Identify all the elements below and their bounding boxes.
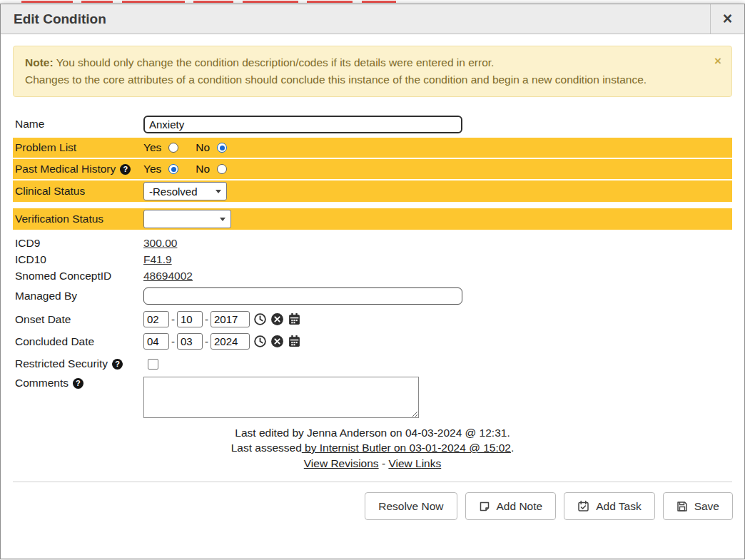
add-note-button[interactable]: Add Note xyxy=(465,492,557,520)
past-medical-history-label: Past Medical History ? xyxy=(13,163,143,175)
restricted-security-row: Restricted Security ? xyxy=(13,354,732,374)
note-prefix: Note: xyxy=(25,56,54,68)
background-text-fragment xyxy=(122,1,185,3)
help-icon[interactable]: ? xyxy=(120,164,131,175)
concluded-month-input[interactable] xyxy=(143,333,169,350)
date-separator: - xyxy=(171,313,175,325)
past-medical-history-row: Past Medical History ? Yes No xyxy=(13,159,732,179)
view-links-link[interactable]: View Links xyxy=(388,457,441,469)
onset-date-group: - - xyxy=(143,311,301,327)
snomed-row: Snomed ConceptID 48694002 xyxy=(13,268,732,284)
meta-info: Last edited by Jenna Anderson on 04-03-2… xyxy=(13,425,732,471)
managed-by-label: Managed By xyxy=(13,290,143,302)
clinical-status-label: Clinical Status xyxy=(13,185,143,198)
snomed-link[interactable]: 48694002 xyxy=(143,270,193,282)
last-assessed-line: Last assessed by Internist Butler on 03-… xyxy=(13,440,732,455)
name-input[interactable] xyxy=(143,116,462,133)
restricted-security-checkbox[interactable] xyxy=(148,359,158,370)
meta-links-line: View Revisions - View Links xyxy=(13,456,732,471)
calendar-task-icon xyxy=(577,500,589,512)
onset-day-input[interactable] xyxy=(177,311,203,327)
note-dismiss-icon[interactable]: × xyxy=(714,53,721,70)
verification-status-select[interactable] xyxy=(143,210,231,228)
icd9-row: ICD9 300.00 xyxy=(13,235,732,251)
clear-date-icon[interactable] xyxy=(270,335,284,348)
onset-date-row: Onset Date - - xyxy=(13,308,732,330)
problem-list-row: Problem List Yes No xyxy=(13,138,732,158)
managed-by-input[interactable] xyxy=(143,287,462,305)
snomed-label: Snomed ConceptID xyxy=(13,270,143,282)
save-label: Save xyxy=(694,500,719,513)
view-revisions-link[interactable]: View Revisions xyxy=(304,457,379,469)
restricted-security-label: Restricted Security ? xyxy=(13,357,143,370)
problem-list-no-radio[interactable] xyxy=(217,143,227,153)
problem-list-yes-label: Yes xyxy=(143,141,161,154)
dialog-title: Edit Condition xyxy=(1,11,106,27)
pmh-yes-radio[interactable] xyxy=(168,164,178,174)
icd9-link[interactable]: 300.00 xyxy=(143,237,177,250)
icd9-label: ICD9 xyxy=(13,237,143,250)
help-icon[interactable]: ? xyxy=(112,359,123,370)
past-medical-history-label-text: Past Medical History xyxy=(15,163,116,175)
note-icon xyxy=(479,501,490,512)
background-text-fragment xyxy=(362,1,396,3)
clinical-status-row: Clinical Status -Resolved xyxy=(13,180,732,202)
icd10-row: ICD10 F41.9 xyxy=(13,251,732,268)
past-medical-history-radio-group: Yes No xyxy=(143,163,227,175)
concluded-date-row: Concluded Date - - xyxy=(13,330,732,352)
add-note-label: Add Note xyxy=(497,500,543,513)
problem-list-no-label: No xyxy=(196,141,210,154)
add-task-button[interactable]: Add Task xyxy=(564,492,654,520)
date-separator: - xyxy=(205,313,208,325)
time-icon[interactable] xyxy=(253,312,267,326)
concluded-year-input[interactable] xyxy=(211,333,250,350)
note-text-1: You should only change the condition des… xyxy=(54,56,495,68)
concluded-day-input[interactable] xyxy=(177,333,203,350)
background-text-fragment xyxy=(307,1,353,3)
date-separator: - xyxy=(205,335,208,347)
background-text-fragment xyxy=(81,1,113,3)
chevron-down-icon xyxy=(220,218,225,221)
close-icon[interactable]: × xyxy=(710,4,744,34)
edit-condition-form: Name Problem List Yes No Past Medical Hi… xyxy=(1,97,744,471)
resolve-now-button[interactable]: Resolve Now xyxy=(365,492,457,520)
clinical-status-value: -Resolved xyxy=(149,185,198,198)
time-icon[interactable] xyxy=(253,335,267,348)
save-icon xyxy=(676,501,688,512)
restricted-security-label-text: Restricted Security xyxy=(15,357,108,370)
comments-label-text: Comments xyxy=(15,377,69,390)
save-button[interactable]: Save xyxy=(663,492,733,520)
name-label: Name xyxy=(13,118,143,131)
footer-button-bar: Resolve Now Add Note Add Task Save xyxy=(1,482,744,520)
last-assessed-suffix: . xyxy=(511,442,514,454)
calendar-icon[interactable] xyxy=(288,312,301,326)
calendar-icon[interactable] xyxy=(288,335,301,348)
comments-textarea[interactable] xyxy=(143,377,419,418)
pmh-no-radio[interactable] xyxy=(217,164,227,174)
help-icon[interactable]: ? xyxy=(73,378,83,389)
dialog-header: Edit Condition × xyxy=(1,4,744,34)
edit-condition-dialog: Edit Condition × Note: You should only c… xyxy=(0,4,745,559)
verification-status-row: Verification Status xyxy=(13,208,732,230)
date-separator: - xyxy=(171,335,175,347)
background-text-fragment xyxy=(243,1,298,3)
problem-list-label: Problem List xyxy=(13,141,143,154)
clear-date-icon[interactable] xyxy=(270,312,284,326)
pmh-no-label: No xyxy=(196,163,210,175)
problem-list-yes-radio[interactable] xyxy=(168,143,178,153)
concluded-date-group: - - xyxy=(143,333,301,350)
note-line-1: Note: You should only change the conditi… xyxy=(25,54,703,71)
comments-label: Comments ? xyxy=(13,377,143,390)
onset-year-input[interactable] xyxy=(211,311,250,327)
icd10-label: ICD10 xyxy=(13,253,143,266)
background-text-fragment xyxy=(193,1,233,3)
clinical-status-select[interactable]: -Resolved xyxy=(143,182,227,200)
icd10-link[interactable]: F41.9 xyxy=(143,253,172,266)
onset-month-input[interactable] xyxy=(143,311,169,327)
background-text-fragment xyxy=(21,1,73,3)
last-assessed-link[interactable]: by Internist Butler on 03-01-2024 @ 15:0… xyxy=(302,442,511,454)
problem-list-radio-group: Yes No xyxy=(143,141,227,154)
concluded-date-label: Concluded Date xyxy=(13,335,143,348)
chevron-down-icon xyxy=(216,190,221,193)
comments-row: Comments ? xyxy=(13,377,732,418)
